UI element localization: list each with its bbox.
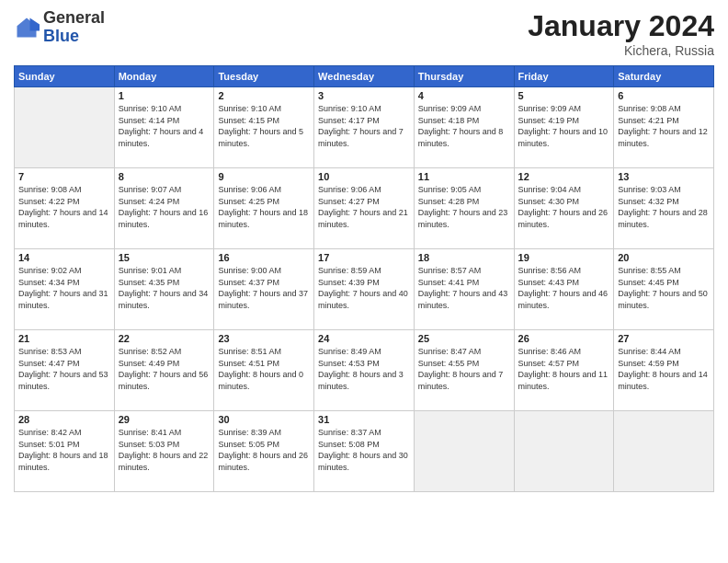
table-row: 17Sunrise: 8:59 AMSunset: 4:39 PMDayligh… <box>314 249 415 330</box>
table-row: 7Sunrise: 9:08 AMSunset: 4:22 PMDaylight… <box>15 168 115 249</box>
day-info: Sunrise: 9:05 AMSunset: 4:28 PMDaylight:… <box>418 184 510 230</box>
day-info: Sunrise: 9:08 AMSunset: 4:21 PMDaylight:… <box>618 103 710 149</box>
day-number: 5 <box>518 90 610 101</box>
col-sunday: Sunday <box>15 66 115 87</box>
table-row: 29Sunrise: 8:41 AMSunset: 5:03 PMDayligh… <box>114 411 214 492</box>
day-number: 13 <box>618 171 710 182</box>
table-row: 18Sunrise: 8:57 AMSunset: 4:41 PMDayligh… <box>414 249 514 330</box>
table-row: 3Sunrise: 9:10 AMSunset: 4:17 PMDaylight… <box>314 87 415 168</box>
day-info: Sunrise: 8:56 AMSunset: 4:43 PMDaylight:… <box>518 265 610 311</box>
table-row: 24Sunrise: 8:49 AMSunset: 4:53 PMDayligh… <box>314 330 415 411</box>
table-row: 11Sunrise: 9:05 AMSunset: 4:28 PMDayligh… <box>414 168 514 249</box>
day-info: Sunrise: 9:06 AMSunset: 4:25 PMDaylight:… <box>218 184 310 230</box>
day-number: 19 <box>518 252 610 263</box>
day-info: Sunrise: 8:37 AMSunset: 5:08 PMDaylight:… <box>318 427 410 473</box>
table-row: 8Sunrise: 9:07 AMSunset: 4:24 PMDaylight… <box>114 168 214 249</box>
day-info: Sunrise: 9:02 AMSunset: 4:34 PMDaylight:… <box>18 265 110 311</box>
table-row: 10Sunrise: 9:06 AMSunset: 4:27 PMDayligh… <box>314 168 415 249</box>
table-row <box>614 411 714 492</box>
day-info: Sunrise: 9:00 AMSunset: 4:37 PMDaylight:… <box>218 265 310 311</box>
day-number: 10 <box>318 171 410 182</box>
col-wednesday: Wednesday <box>314 66 415 87</box>
logo-general: General <box>43 8 105 27</box>
table-row: 31Sunrise: 8:37 AMSunset: 5:08 PMDayligh… <box>314 411 415 492</box>
day-number: 11 <box>418 171 510 182</box>
table-row: 16Sunrise: 9:00 AMSunset: 4:37 PMDayligh… <box>214 249 314 330</box>
title-section: January 2024 Kichera, Russia <box>528 9 714 58</box>
day-number: 27 <box>618 333 710 344</box>
day-number: 15 <box>119 252 210 263</box>
day-number: 7 <box>18 171 110 182</box>
calendar-week-row: 21Sunrise: 8:53 AMSunset: 4:47 PMDayligh… <box>15 330 714 411</box>
day-info: Sunrise: 9:10 AMSunset: 4:14 PMDaylight:… <box>119 103 210 149</box>
day-number: 31 <box>318 414 410 425</box>
table-row: 15Sunrise: 9:01 AMSunset: 4:35 PMDayligh… <box>114 249 214 330</box>
day-number: 2 <box>218 90 310 101</box>
calendar-week-row: 1Sunrise: 9:10 AMSunset: 4:14 PMDaylight… <box>15 87 714 168</box>
table-row: 6Sunrise: 9:08 AMSunset: 4:21 PMDaylight… <box>614 87 714 168</box>
col-tuesday: Tuesday <box>214 66 314 87</box>
day-info: Sunrise: 8:57 AMSunset: 4:41 PMDaylight:… <box>418 265 510 311</box>
table-row: 1Sunrise: 9:10 AMSunset: 4:14 PMDaylight… <box>114 87 214 168</box>
day-number: 26 <box>518 333 610 344</box>
header: General Blue January 2024 Kichera, Russi… <box>14 9 714 58</box>
table-row: 2Sunrise: 9:10 AMSunset: 4:15 PMDaylight… <box>214 87 314 168</box>
logo-blue: Blue <box>43 27 79 45</box>
table-row: 23Sunrise: 8:51 AMSunset: 4:51 PMDayligh… <box>214 330 314 411</box>
title-month: January 2024 <box>528 9 714 43</box>
day-info: Sunrise: 8:42 AMSunset: 5:01 PMDaylight:… <box>18 427 110 473</box>
day-info: Sunrise: 8:49 AMSunset: 4:53 PMDaylight:… <box>318 346 410 392</box>
day-number: 18 <box>418 252 510 263</box>
day-info: Sunrise: 8:47 AMSunset: 4:55 PMDaylight:… <box>418 346 510 392</box>
logo-text: General Blue <box>43 9 105 46</box>
table-row: 28Sunrise: 8:42 AMSunset: 5:01 PMDayligh… <box>15 411 115 492</box>
calendar-week-row: 14Sunrise: 9:02 AMSunset: 4:34 PMDayligh… <box>15 249 714 330</box>
day-info: Sunrise: 9:04 AMSunset: 4:30 PMDaylight:… <box>518 184 610 230</box>
day-number: 24 <box>318 333 410 344</box>
logo: General Blue <box>14 9 105 46</box>
day-info: Sunrise: 9:06 AMSunset: 4:27 PMDaylight:… <box>318 184 410 230</box>
table-row: 9Sunrise: 9:06 AMSunset: 4:25 PMDaylight… <box>214 168 314 249</box>
day-info: Sunrise: 8:59 AMSunset: 4:39 PMDaylight:… <box>318 265 410 311</box>
day-info: Sunrise: 8:41 AMSunset: 5:03 PMDaylight:… <box>119 427 210 473</box>
day-info: Sunrise: 8:55 AMSunset: 4:45 PMDaylight:… <box>618 265 710 311</box>
col-saturday: Saturday <box>614 66 714 87</box>
day-info: Sunrise: 9:10 AMSunset: 4:17 PMDaylight:… <box>318 103 410 149</box>
col-monday: Monday <box>114 66 214 87</box>
day-number: 29 <box>119 414 210 425</box>
table-row: 4Sunrise: 9:09 AMSunset: 4:18 PMDaylight… <box>414 87 514 168</box>
logo-icon <box>14 15 40 40</box>
day-info: Sunrise: 9:01 AMSunset: 4:35 PMDaylight:… <box>119 265 210 311</box>
day-number: 8 <box>119 171 210 182</box>
day-info: Sunrise: 8:52 AMSunset: 4:49 PMDaylight:… <box>119 346 210 392</box>
table-row <box>15 87 115 168</box>
table-row: 22Sunrise: 8:52 AMSunset: 4:49 PMDayligh… <box>114 330 214 411</box>
table-row: 26Sunrise: 8:46 AMSunset: 4:57 PMDayligh… <box>514 330 614 411</box>
header-row: Sunday Monday Tuesday Wednesday Thursday… <box>15 66 714 87</box>
table-row: 20Sunrise: 8:55 AMSunset: 4:45 PMDayligh… <box>614 249 714 330</box>
day-info: Sunrise: 8:44 AMSunset: 4:59 PMDaylight:… <box>618 346 710 392</box>
day-number: 6 <box>618 90 710 101</box>
day-number: 9 <box>218 171 310 182</box>
table-row: 14Sunrise: 9:02 AMSunset: 4:34 PMDayligh… <box>15 249 115 330</box>
table-row <box>414 411 514 492</box>
col-thursday: Thursday <box>414 66 514 87</box>
day-number: 28 <box>18 414 110 425</box>
day-number: 17 <box>318 252 410 263</box>
day-info: Sunrise: 8:53 AMSunset: 4:47 PMDaylight:… <box>18 346 110 392</box>
day-info: Sunrise: 9:07 AMSunset: 4:24 PMDaylight:… <box>119 184 210 230</box>
svg-marker-1 <box>30 17 40 30</box>
day-info: Sunrise: 8:39 AMSunset: 5:05 PMDaylight:… <box>218 427 310 473</box>
day-number: 30 <box>218 414 310 425</box>
col-friday: Friday <box>514 66 614 87</box>
day-info: Sunrise: 9:08 AMSunset: 4:22 PMDaylight:… <box>18 184 110 230</box>
page-container: General Blue January 2024 Kichera, Russi… <box>0 0 728 563</box>
table-row: 19Sunrise: 8:56 AMSunset: 4:43 PMDayligh… <box>514 249 614 330</box>
table-row: 30Sunrise: 8:39 AMSunset: 5:05 PMDayligh… <box>214 411 314 492</box>
day-info: Sunrise: 9:03 AMSunset: 4:32 PMDaylight:… <box>618 184 710 230</box>
table-row: 27Sunrise: 8:44 AMSunset: 4:59 PMDayligh… <box>614 330 714 411</box>
day-info: Sunrise: 9:10 AMSunset: 4:15 PMDaylight:… <box>218 103 310 149</box>
day-info: Sunrise: 9:09 AMSunset: 4:18 PMDaylight:… <box>418 103 510 149</box>
table-row: 25Sunrise: 8:47 AMSunset: 4:55 PMDayligh… <box>414 330 514 411</box>
day-number: 20 <box>618 252 710 263</box>
